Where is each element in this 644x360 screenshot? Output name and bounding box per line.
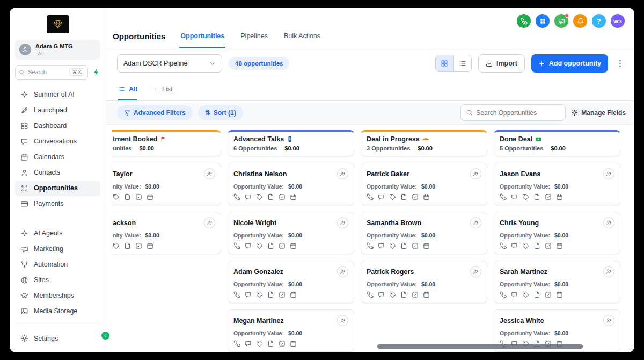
tag-action-button[interactable]	[522, 193, 529, 200]
tag-action-button[interactable]	[522, 242, 529, 249]
sidebar-collapse-button[interactable]	[100, 330, 111, 341]
sidebar-item-dashboard[interactable]: Dashboard	[15, 118, 100, 134]
assign-owner-button[interactable]	[603, 217, 614, 228]
phone-dialer-button[interactable]	[517, 14, 531, 28]
chat-action-button[interactable]	[511, 242, 518, 249]
calendar-action-button[interactable]	[290, 242, 297, 249]
check-square-action-button[interactable]	[279, 291, 286, 298]
check-square-action-button[interactable]	[135, 242, 142, 249]
file-action-button[interactable]	[400, 291, 407, 298]
sidebar-item-memberships[interactable]: Memberships	[15, 288, 100, 304]
assign-owner-button[interactable]	[603, 266, 614, 277]
phone-action-button[interactable]	[233, 193, 240, 200]
opportunity-card[interactable]: Jason EvansOpportunity Value:$0.00	[494, 163, 620, 205]
tab-all[interactable]: All	[118, 78, 137, 100]
chat-action-button[interactable]	[245, 340, 252, 347]
tag-action-button[interactable]	[256, 242, 263, 249]
file-action-button[interactable]	[533, 193, 540, 200]
announcements-button[interactable]	[554, 14, 568, 28]
sort-button[interactable]: ⇅ Sort (1)	[198, 105, 243, 120]
add-list-tab[interactable]: List	[151, 78, 172, 100]
tag-action-button[interactable]	[522, 291, 529, 298]
calendar-action-button[interactable]	[423, 242, 430, 249]
chat-action-button[interactable]	[378, 193, 385, 200]
sidebar-item-launchpad[interactable]: Launchpad	[15, 103, 100, 118]
assign-owner-button[interactable]	[603, 168, 614, 179]
opportunity-card[interactable]: Nicole WrightOpportunity Value:$0.00	[228, 212, 354, 254]
check-square-action-button[interactable]	[412, 242, 419, 249]
calendar-action-button[interactable]	[423, 291, 430, 298]
chat-action-button[interactable]	[245, 242, 252, 249]
file-action-button[interactable]	[267, 193, 274, 200]
opportunity-card[interactable]: Patrick BakerOpportunity Value:$0.00	[361, 163, 487, 205]
advanced-filters-button[interactable]: Advanced Filters	[117, 105, 193, 120]
sidebar-item-media-storage[interactable]: Media Storage	[15, 304, 100, 319]
chat-action-button[interactable]	[511, 291, 518, 298]
assign-owner-button[interactable]	[470, 217, 481, 228]
opportunity-card[interactable]: acksonnity Value:$0.00	[112, 212, 221, 254]
file-action-button[interactable]	[400, 193, 407, 200]
tag-action-button[interactable]	[256, 291, 263, 298]
opportunity-card[interactable]: Christina NelsonOpportunity Value:$0.00	[228, 163, 354, 205]
sidebar-item-summer-of-ai[interactable]: Summer of AI	[15, 87, 100, 103]
notifications-button[interactable]	[573, 14, 587, 28]
file-action-button[interactable]	[400, 242, 407, 249]
calendar-action-button[interactable]	[147, 242, 153, 249]
account-switcher[interactable]: Adam G MTG , AL	[15, 40, 100, 60]
file-action-button[interactable]	[267, 242, 274, 249]
opportunity-card[interactable]: Taylornity Value:$0.00	[112, 163, 221, 205]
phone-action-button[interactable]	[367, 291, 374, 298]
calendar-action-button[interactable]	[556, 291, 563, 298]
check-square-action-button[interactable]	[279, 242, 286, 249]
profile-button[interactable]: WS	[611, 14, 625, 28]
phone-action-button[interactable]	[233, 242, 240, 249]
calendar-action-button[interactable]	[147, 193, 153, 200]
horizontal-scrollbar[interactable]	[377, 344, 583, 349]
tab-pipelines[interactable]: Pipelines	[239, 25, 269, 48]
assign-owner-button[interactable]	[204, 217, 215, 228]
file-action-button[interactable]	[124, 193, 131, 200]
sidebar-item-marketing[interactable]: Marketing	[15, 241, 100, 257]
sidebar-item-calendars[interactable]: Calendars	[15, 149, 100, 165]
list-view-button[interactable]	[453, 55, 471, 71]
assign-owner-button[interactable]	[337, 217, 348, 228]
sidebar-item-sites[interactable]: Sites	[15, 272, 100, 288]
opportunity-card[interactable]: Sarah MartinezOpportunity Value:$0.00	[494, 261, 620, 303]
tag-action-button[interactable]	[389, 193, 396, 200]
sidebar-item-opportunities[interactable]: Opportunities	[15, 181, 100, 196]
calendar-action-button[interactable]	[290, 291, 297, 298]
assign-owner-button[interactable]	[470, 266, 481, 277]
tools-button[interactable]	[536, 14, 550, 28]
chat-action-button[interactable]	[378, 242, 385, 249]
file-action-button[interactable]	[533, 291, 540, 298]
sidebar-item-automation[interactable]: Automation	[15, 257, 100, 272]
opportunity-card[interactable]: Samantha BrownOpportunity Value:$0.00	[361, 212, 487, 254]
check-square-action-button[interactable]	[545, 193, 552, 200]
tag-action-button[interactable]	[389, 291, 396, 298]
check-square-action-button[interactable]	[279, 193, 286, 200]
calendar-action-button[interactable]	[290, 340, 297, 347]
opportunity-card[interactable]: Patrick RogersOpportunity Value:$0.00	[361, 261, 487, 303]
check-square-action-button[interactable]	[412, 291, 419, 298]
sidebar-search-input[interactable]: Search ⌘ K	[15, 65, 88, 80]
tag-action-button[interactable]	[256, 193, 263, 200]
file-action-button[interactable]	[124, 242, 131, 249]
chat-action-button[interactable]	[245, 291, 252, 298]
check-square-action-button[interactable]	[412, 193, 419, 200]
sidebar-item-payments[interactable]: Payments	[15, 196, 100, 212]
check-square-action-button[interactable]	[135, 193, 142, 200]
tab-opportunities[interactable]: Opportunities	[179, 25, 225, 48]
search-opportunities-input[interactable]	[476, 109, 560, 117]
assign-owner-button[interactable]	[603, 315, 614, 326]
phone-action-button[interactable]	[233, 340, 240, 347]
add-opportunity-button[interactable]: Add opportunity	[531, 54, 608, 73]
sidebar-item-ai-agents[interactable]: AI Agents	[15, 226, 100, 241]
assign-owner-button[interactable]	[337, 315, 348, 326]
quick-action-bolt-icon[interactable]	[92, 68, 100, 76]
opportunity-card[interactable]: Chris YoungOpportunity Value:$0.00	[494, 212, 620, 254]
import-button[interactable]: Import	[478, 54, 525, 73]
check-square-action-button[interactable]	[545, 291, 552, 298]
assign-owner-button[interactable]	[470, 168, 481, 179]
chat-action-button[interactable]	[378, 291, 385, 298]
phone-action-button[interactable]	[500, 193, 507, 200]
